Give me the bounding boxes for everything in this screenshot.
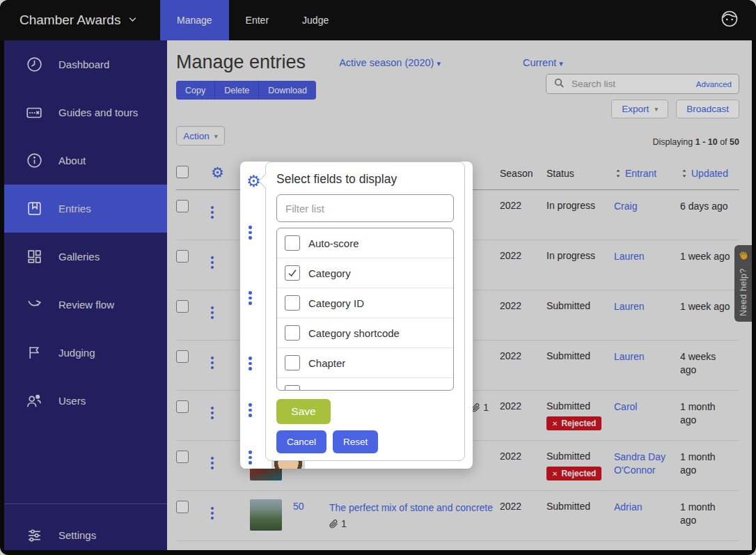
filter-list-input[interactable] xyxy=(276,194,454,222)
kebab-menu-icon[interactable] xyxy=(249,403,252,417)
dialog-title: Select fields to display xyxy=(276,172,454,187)
checkbox[interactable] xyxy=(285,325,300,341)
kebab-menu-icon[interactable] xyxy=(249,357,252,370)
field-option-chapter[interactable]: Chapter xyxy=(277,348,453,378)
cancel-button[interactable]: Cancel xyxy=(276,430,326,453)
checkbox[interactable] xyxy=(285,385,300,391)
field-option-category-shortcode[interactable]: Category shortcode xyxy=(277,318,453,348)
field-option-partial[interactable] xyxy=(277,378,453,391)
field-option-category-id[interactable]: Category ID xyxy=(277,288,453,318)
checkbox[interactable] xyxy=(285,355,300,370)
checkbox[interactable] xyxy=(285,235,300,251)
floating-actions-panel: ⚙ Select fields to display Auto-score Ca… xyxy=(240,162,473,469)
kebab-menu-icon[interactable] xyxy=(249,226,252,240)
kebab-menu-icon[interactable] xyxy=(249,291,252,305)
field-option-auto-score[interactable]: Auto-score xyxy=(277,228,453,258)
reset-button[interactable]: Reset xyxy=(333,430,378,453)
field-option-category[interactable]: Category xyxy=(277,258,453,288)
checkbox[interactable] xyxy=(285,295,300,311)
checkbox[interactable] xyxy=(285,265,300,281)
field-list: Auto-score Category Category ID Category… xyxy=(276,228,454,391)
kebab-menu-icon[interactable] xyxy=(249,451,252,464)
select-fields-dialog: Select fields to display Auto-score Cate… xyxy=(265,162,465,461)
app-window: Chamber Awards Manage Enter Judge xyxy=(0,0,756,555)
save-button[interactable]: Save xyxy=(276,399,331,424)
